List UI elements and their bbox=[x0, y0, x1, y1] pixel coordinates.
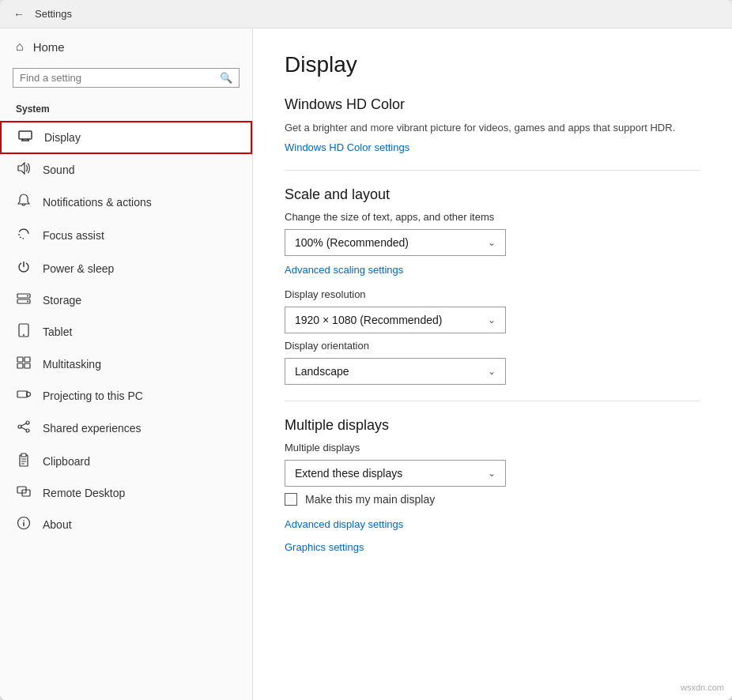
orientation-value: Landscape bbox=[295, 365, 349, 378]
sidebar-item-focus[interactable]: Focus assist bbox=[0, 219, 252, 252]
main-display-row: Make this my main display bbox=[285, 493, 700, 506]
sidebar-label-shared: Shared experiences bbox=[43, 422, 141, 435]
sidebar-item-power[interactable]: Power & sleep bbox=[0, 252, 252, 285]
svg-line-22 bbox=[21, 423, 26, 426]
notifications-icon bbox=[16, 194, 32, 211]
multiple-displays-title: Multiple displays bbox=[285, 417, 700, 434]
sidebar-label-notifications: Notifications & actions bbox=[43, 196, 152, 209]
orientation-chevron-icon: ⌄ bbox=[488, 366, 496, 377]
resolution-value: 1920 × 1080 (Recommended) bbox=[295, 314, 442, 326]
sidebar-label-about: About bbox=[43, 518, 72, 531]
svg-rect-0 bbox=[19, 131, 32, 139]
svg-rect-14 bbox=[25, 363, 30, 368]
sidebar-label-display: Display bbox=[44, 131, 81, 144]
shared-icon bbox=[16, 420, 32, 437]
orientation-label: Display orientation bbox=[285, 340, 700, 352]
about-icon bbox=[16, 516, 32, 533]
main-display-label: Make this my main display bbox=[305, 493, 435, 506]
sidebar-item-multitasking[interactable]: Multitasking bbox=[0, 348, 252, 380]
svg-point-7 bbox=[27, 295, 28, 297]
orientation-dropdown[interactable]: Landscape ⌄ bbox=[285, 358, 506, 385]
advanced-scaling-link[interactable]: Advanced scaling settings bbox=[285, 264, 403, 276]
power-icon bbox=[16, 260, 32, 277]
divider-2 bbox=[285, 401, 700, 401]
title-bar: ← Settings bbox=[0, 0, 732, 28]
sidebar-item-about[interactable]: About bbox=[0, 508, 252, 541]
sidebar-section-title: System bbox=[0, 99, 252, 121]
sidebar-item-remote[interactable]: Remote Desktop bbox=[0, 478, 252, 508]
sidebar-item-tablet[interactable]: Tablet bbox=[0, 315, 252, 348]
multiple-displays-value: Extend these displays bbox=[295, 467, 402, 480]
resolution-dropdown[interactable]: 1920 × 1080 (Recommended) ⌄ bbox=[285, 307, 506, 333]
sidebar-label-projecting: Projecting to this PC bbox=[43, 390, 143, 402]
multiple-displays-label: Multiple displays bbox=[285, 442, 700, 453]
sidebar: ⌂ Home 🔍 System bbox=[0, 28, 253, 700]
settings-window: ← Settings ⌂ Home 🔍 System bbox=[0, 0, 732, 700]
sidebar-label-multitasking: Multitasking bbox=[43, 358, 101, 371]
scale-dropdown[interactable]: 100% (Recommended) ⌄ bbox=[285, 229, 506, 256]
watermark: wsxdn.com bbox=[681, 683, 724, 692]
resolution-label: Display resolution bbox=[285, 288, 700, 300]
main-panel: Display Windows HD Color Get a brighter … bbox=[253, 28, 732, 700]
back-button[interactable]: ← bbox=[9, 5, 28, 24]
search-box: 🔍 bbox=[13, 68, 240, 88]
main-display-checkbox[interactable] bbox=[285, 493, 297, 506]
search-input[interactable] bbox=[20, 72, 220, 84]
hd-color-desc: Get a brighter and more vibrant picture … bbox=[285, 121, 700, 135]
focus-icon bbox=[16, 227, 32, 244]
advanced-display-link[interactable]: Advanced display settings bbox=[285, 518, 700, 530]
scale-value: 100% (Recommended) bbox=[295, 236, 409, 249]
page-title: Display bbox=[285, 52, 700, 77]
svg-point-33 bbox=[23, 520, 25, 521]
svg-point-20 bbox=[18, 425, 21, 428]
home-label: Home bbox=[33, 40, 65, 54]
sidebar-item-home[interactable]: ⌂ Home bbox=[0, 28, 252, 65]
hd-color-title: Windows HD Color bbox=[285, 96, 700, 113]
main-content: ⌂ Home 🔍 System bbox=[0, 28, 732, 700]
graphics-settings-link[interactable]: Graphics settings bbox=[285, 541, 364, 553]
search-icon[interactable]: 🔍 bbox=[220, 72, 232, 84]
sidebar-item-display[interactable]: Display bbox=[0, 121, 252, 154]
svg-marker-4 bbox=[18, 163, 25, 174]
svg-rect-11 bbox=[17, 357, 23, 362]
projecting-icon bbox=[16, 388, 32, 404]
tablet-icon bbox=[16, 323, 32, 341]
sidebar-item-sound[interactable]: Sound bbox=[0, 154, 252, 186]
sidebar-item-projecting[interactable]: Projecting to this PC bbox=[0, 380, 252, 412]
sidebar-label-focus: Focus assist bbox=[43, 229, 104, 242]
sidebar-label-remote: Remote Desktop bbox=[43, 487, 125, 499]
svg-rect-13 bbox=[17, 363, 23, 368]
sidebar-label-tablet: Tablet bbox=[43, 326, 72, 338]
sidebar-label-power: Power & sleep bbox=[43, 262, 114, 275]
scale-title: Scale and layout bbox=[285, 186, 700, 203]
sidebar-item-shared[interactable]: Shared experiences bbox=[0, 412, 252, 445]
multiple-displays-chevron-icon: ⌄ bbox=[488, 468, 496, 479]
clipboard-icon bbox=[16, 453, 32, 470]
svg-rect-15 bbox=[17, 391, 27, 397]
hd-color-link[interactable]: Windows HD Color settings bbox=[285, 141, 409, 153]
sidebar-item-storage[interactable]: Storage bbox=[0, 285, 252, 315]
svg-point-10 bbox=[23, 334, 25, 336]
multitasking-icon bbox=[16, 356, 32, 372]
storage-icon bbox=[16, 293, 32, 307]
title-bar-title: Settings bbox=[35, 8, 72, 20]
divider-1 bbox=[285, 170, 700, 171]
sidebar-label-clipboard: Clipboard bbox=[43, 455, 90, 468]
scale-chevron-icon: ⌄ bbox=[488, 237, 496, 248]
svg-line-23 bbox=[21, 427, 26, 430]
sidebar-label-storage: Storage bbox=[43, 294, 81, 307]
svg-rect-25 bbox=[21, 453, 26, 457]
home-icon: ⌂ bbox=[16, 40, 24, 54]
resolution-chevron-icon: ⌄ bbox=[488, 314, 496, 326]
sidebar-item-clipboard[interactable]: Clipboard bbox=[0, 445, 252, 478]
sidebar-item-notifications[interactable]: Notifications & actions bbox=[0, 186, 252, 219]
display-icon bbox=[17, 130, 33, 145]
sound-icon bbox=[16, 162, 32, 178]
svg-point-19 bbox=[26, 421, 29, 424]
remote-icon bbox=[16, 486, 32, 500]
multiple-displays-dropdown[interactable]: Extend these displays ⌄ bbox=[285, 460, 506, 487]
svg-point-21 bbox=[26, 429, 29, 432]
scale-change-label: Change the size of text, apps, and other… bbox=[285, 211, 700, 223]
sidebar-label-sound: Sound bbox=[43, 164, 74, 176]
svg-point-8 bbox=[27, 301, 28, 303]
